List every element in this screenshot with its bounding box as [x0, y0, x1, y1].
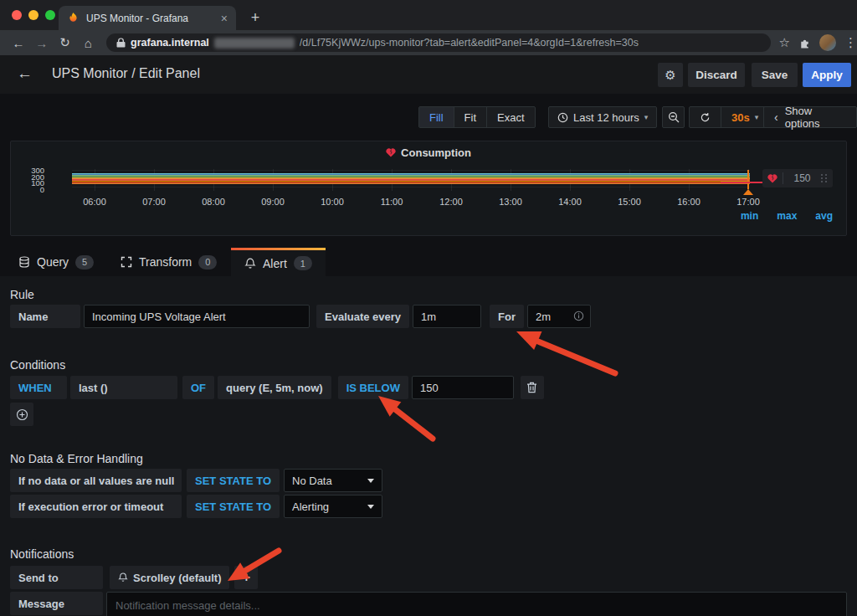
rule-name-label: Name [10, 305, 80, 328]
x-tick: 14:00 [549, 197, 591, 207]
url-redacted-segment [214, 38, 295, 49]
tab-alert-label: Alert [263, 257, 287, 270]
no-data-row-2: If execution error or timeout SET STATE … [10, 495, 382, 518]
home-icon[interactable]: ⌂ [76, 36, 100, 50]
minimize-window-button[interactable] [28, 10, 38, 20]
exact-toggle[interactable]: Exact [487, 107, 535, 127]
for-label: For [490, 305, 524, 328]
message-row: Message [10, 592, 103, 615]
exec-error-state-select[interactable]: Alerting [284, 495, 382, 518]
browser-menu-icon[interactable]: ⋮ [844, 35, 857, 50]
x-tick: 12:00 [430, 197, 472, 207]
tab-query[interactable]: Query 5 [5, 248, 107, 276]
tab-alert[interactable]: Alert 1 [231, 248, 326, 276]
apply-button[interactable]: Apply [803, 63, 851, 87]
tab-close-icon[interactable]: × [221, 12, 228, 25]
x-tick: 11:00 [371, 197, 413, 207]
drag-handle-icon[interactable] [821, 174, 828, 182]
refresh-icon [700, 112, 711, 123]
condition-value-input[interactable] [412, 376, 514, 399]
clock-icon [557, 112, 568, 123]
forward-icon[interactable]: → [30, 36, 54, 50]
no-data-row-1: If no data or all values are null SET ST… [10, 469, 382, 492]
show-options-label: Show options [785, 105, 846, 130]
display-mode-group: Fill Fit Exact [418, 106, 536, 128]
condition-of[interactable]: OF [182, 376, 214, 399]
tab-transform-label: Transform [139, 255, 192, 269]
panel-header[interactable]: Consumption [11, 146, 846, 159]
evaluate-every-input[interactable] [413, 305, 481, 328]
x-tick: 07:00 [133, 197, 175, 207]
conditions-heading: Conditions [10, 358, 65, 372]
chevron-down-icon [367, 479, 374, 483]
address-bar[interactable]: grafana.internal /d/Lf75KjWWz/ups-monito… [106, 33, 770, 52]
browser-toolbar-right: ☆ ⋮ [779, 34, 857, 51]
add-notification-channel-button[interactable]: + [234, 566, 258, 589]
alert-threshold-line [721, 182, 764, 183]
refresh-interval-label: 30s [731, 111, 750, 124]
panel-settings-gear-button[interactable]: ⚙ [658, 63, 683, 87]
refresh-button[interactable] [690, 107, 721, 127]
rule-heading: Rule [10, 288, 34, 301]
tab-query-badge: 5 [75, 255, 94, 270]
send-to-row: Send to Scrolley (default) + [10, 566, 258, 589]
no-data-state-select[interactable]: No Data [284, 469, 382, 492]
tab-transform[interactable]: Transform 0 [107, 248, 230, 276]
condition-row: WHEN last () OF query (E, 5m, now) IS BE… [10, 376, 544, 399]
fullscreen-window-button[interactable] [45, 10, 55, 20]
add-condition-button[interactable] [10, 403, 33, 426]
consumption-panel: Consumption 3002001000 150 min max avg 0… [10, 141, 847, 236]
condition-query[interactable]: query (E, 5m, now) [218, 376, 331, 399]
notification-channel-name: Scrolley (default) [133, 572, 221, 584]
zoom-out-button[interactable] [662, 106, 685, 128]
browser-tabstrip: UPS Monitor - Grafana × + [0, 0, 857, 30]
chevron-down-icon [367, 505, 374, 509]
screen: UPS Monitor - Grafana × + ← → ↻ ⌂ grafan… [0, 0, 857, 616]
y-axis: 3002001000 [21, 167, 44, 192]
browser-tab[interactable]: UPS Monitor - Grafana × [59, 6, 236, 30]
back-to-dashboard-icon[interactable]: ← [17, 64, 33, 83]
show-options-button[interactable]: ‹ Show options [763, 106, 857, 128]
chevron-down-icon: ▾ [755, 113, 759, 121]
reload-icon[interactable]: ↻ [54, 35, 77, 50]
condition-function[interactable]: last () [70, 376, 177, 399]
alert-annotation-line [747, 170, 749, 189]
legend-avg[interactable]: avg [815, 210, 833, 222]
back-icon[interactable]: ← [7, 36, 30, 50]
x-tick: 08:00 [192, 197, 234, 207]
url-path: /d/Lf75KjWWz/ups-monitor?tab=alert&editP… [300, 37, 639, 49]
extensions-puzzle-icon[interactable] [798, 37, 811, 49]
new-tab-button[interactable]: + [244, 7, 266, 28]
set-state-to-label: SET STATE TO [187, 495, 280, 518]
condition-when[interactable]: WHEN [10, 376, 67, 399]
refresh-interval-dropdown[interactable]: 30s ▾ [721, 107, 768, 127]
delete-condition-button[interactable] [521, 376, 544, 399]
notification-channel-tag[interactable]: Scrolley (default) [110, 566, 229, 589]
time-range-picker[interactable]: Last 12 hours ▾ [548, 106, 657, 128]
no-data-heading: No Data & Error Handling [10, 452, 143, 465]
time-range-label: Last 12 hours [573, 111, 639, 124]
fill-toggle[interactable]: Fill [419, 107, 454, 127]
transform-icon [121, 256, 132, 268]
threshold-handle[interactable]: 150 [762, 169, 833, 187]
fit-toggle[interactable]: Fit [454, 107, 487, 127]
rule-name-input[interactable] [84, 305, 310, 328]
profile-avatar[interactable] [819, 34, 836, 51]
tab-transform-badge: 0 [198, 255, 217, 270]
close-window-button[interactable] [12, 10, 22, 20]
notifications-heading: Notifications [10, 547, 74, 561]
legend-max[interactable]: max [777, 210, 797, 222]
trash-icon [526, 382, 537, 393]
no-data-condition-label: If no data or all values are null [10, 469, 182, 492]
set-state-to-label: SET STATE TO [187, 469, 280, 492]
save-button[interactable]: Save [752, 63, 798, 87]
threshold-value: 150 [783, 172, 816, 184]
exec-error-condition-label: If execution error or timeout [10, 495, 182, 518]
tab-query-label: Query [37, 255, 69, 269]
condition-operator[interactable]: IS BELOW [338, 376, 408, 399]
legend-min[interactable]: min [741, 210, 758, 222]
discard-button[interactable]: Discard [688, 63, 745, 87]
bookmark-star-icon[interactable]: ☆ [779, 35, 790, 50]
message-label: Message [10, 592, 103, 615]
notification-message-input[interactable] [106, 592, 847, 616]
